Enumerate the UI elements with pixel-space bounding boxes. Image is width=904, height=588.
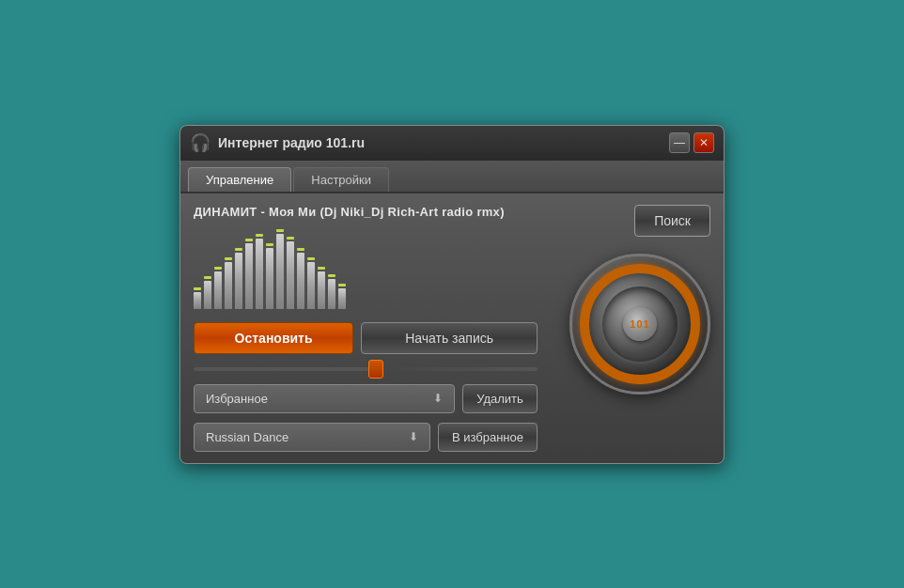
app-window: 🎧 Интернет радио 101.ru — ✕ Управление Н… <box>179 125 725 464</box>
speaker-brand-label: 101 <box>630 318 649 330</box>
eq-bar-9 <box>276 229 284 309</box>
dropdown-arrow-icon: ⬇ <box>409 430 418 443</box>
volume-slider-row <box>194 364 538 375</box>
eq-bar <box>214 271 222 309</box>
eq-dot <box>266 243 273 246</box>
eq-bar-2 <box>204 276 211 309</box>
playback-controls: Остановить Начать запись <box>194 322 538 354</box>
eq-bar <box>328 279 335 309</box>
eq-dot <box>214 267 222 270</box>
eq-bar <box>225 262 232 309</box>
eq-dot <box>276 229 284 232</box>
add-favorite-button[interactable]: В избранное <box>438 423 538 452</box>
delete-button[interactable]: Удалить <box>462 384 538 413</box>
dropdown-arrow-icon: ⬇ <box>433 392 443 405</box>
eq-bar-1 <box>194 287 201 309</box>
eq-dot <box>256 234 263 237</box>
tab-settings[interactable]: Настройки <box>293 167 389 192</box>
eq-bar <box>256 239 263 309</box>
eq-bar <box>297 253 304 309</box>
eq-bar <box>266 248 273 309</box>
close-button[interactable]: ✕ <box>694 132 714 153</box>
speaker-center: 101 <box>623 307 657 341</box>
eq-dot <box>204 276 211 279</box>
eq-dot <box>307 257 315 260</box>
eq-bar-4 <box>225 257 232 309</box>
eq-dot <box>297 248 304 251</box>
title-bar: 🎧 Интернет радио 101.ru — ✕ <box>180 126 724 162</box>
eq-bar <box>318 271 325 309</box>
eq-bar-7 <box>256 234 263 309</box>
tab-bar: Управление Настройки <box>180 162 724 193</box>
slider-fill <box>194 367 382 371</box>
eq-bar-14 <box>328 274 335 309</box>
eq-bar-5 <box>235 248 242 309</box>
eq-dot <box>235 248 242 251</box>
eq-dot <box>318 267 325 270</box>
eq-bar <box>287 241 294 309</box>
eq-dot <box>225 257 232 260</box>
headphone-icon: 🎧 <box>190 132 210 153</box>
eq-dot <box>328 274 335 277</box>
speaker-cone: 101 <box>602 286 678 362</box>
category-dropdown[interactable]: Избранное ⬇ <box>194 384 455 413</box>
category-label: Избранное <box>206 392 268 406</box>
station-dropdown[interactable]: Russian Dance ⬇ <box>194 423 430 452</box>
window-controls: — ✕ <box>669 132 714 153</box>
eq-bar <box>204 281 211 309</box>
minimize-button[interactable]: — <box>669 132 690 153</box>
eq-bar-6 <box>245 239 253 309</box>
volume-slider[interactable] <box>194 367 538 371</box>
left-panel: ДИНАМИТ - Моя Ми (Dj Niki_Dj Rich-Art ra… <box>194 205 538 452</box>
tab-control[interactable]: Управление <box>188 167 291 192</box>
slider-thumb[interactable] <box>368 360 383 379</box>
eq-bar <box>276 234 284 309</box>
eq-bar-12 <box>307 257 315 309</box>
eq-bar-8 <box>266 243 273 309</box>
main-content: ДИНАМИТ - Моя Ми (Dj Niki_Dj Rich-Art ra… <box>180 193 724 463</box>
eq-bar <box>194 292 201 309</box>
eq-bar <box>307 262 315 309</box>
equalizer <box>194 228 538 313</box>
eq-dot <box>287 237 294 240</box>
eq-dot <box>245 239 253 241</box>
speaker-outer: 101 <box>569 254 710 395</box>
eq-bar <box>235 253 242 309</box>
eq-dot <box>194 287 201 290</box>
eq-bar-10 <box>287 237 294 309</box>
eq-bar <box>245 243 253 309</box>
search-button[interactable]: Поиск <box>634 205 710 237</box>
eq-bar-3 <box>214 267 222 309</box>
record-button[interactable]: Начать запись <box>361 322 538 354</box>
eq-bar-13 <box>318 267 325 309</box>
track-name: ДИНАМИТ - Моя Ми (Dj Niki_Dj Rich-Art ra… <box>194 205 538 219</box>
speaker-ring: 101 <box>580 264 700 384</box>
eq-bar-15 <box>338 284 346 309</box>
right-panel: Поиск 101 <box>551 205 710 452</box>
station-label: Russian Dance <box>206 430 288 444</box>
app-title: Интернет радио 101.ru <box>218 135 669 150</box>
eq-dot <box>338 284 346 286</box>
station-row: Russian Dance ⬇ В избранное <box>194 423 538 452</box>
category-row: Избранное ⬇ Удалить <box>194 384 538 413</box>
stop-button[interactable]: Остановить <box>194 322 353 354</box>
speaker-visual: 101 <box>569 254 710 395</box>
eq-bar <box>338 288 346 309</box>
eq-bar-11 <box>297 248 304 309</box>
